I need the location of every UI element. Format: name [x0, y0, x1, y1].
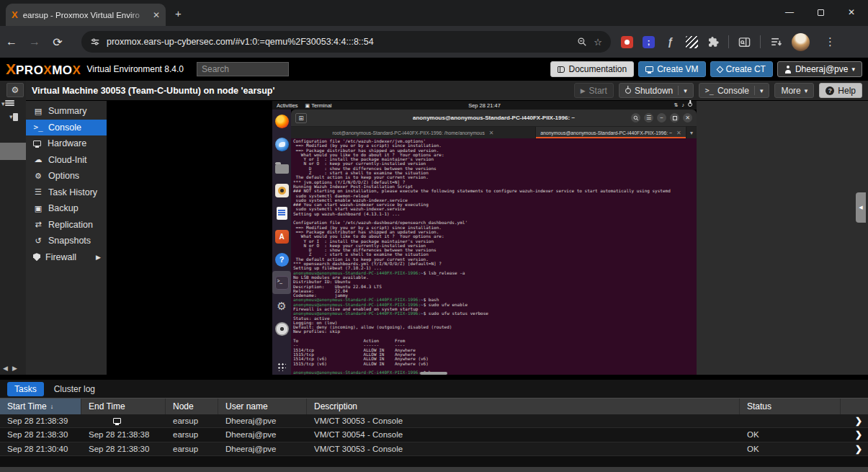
column-header-user-name[interactable]: User name [218, 398, 307, 414]
back-button[interactable]: ← [0, 35, 23, 48]
console-button[interactable]: >_Console ▾ [699, 83, 770, 98]
horizontal-scrollbar-handle[interactable] [420, 372, 447, 375]
column-header-end-time[interactable]: End Time [81, 398, 166, 414]
terminal-tab-list-button[interactable]: ▾ [686, 127, 697, 138]
sidebar-item-replication[interactable]: ⇄Replication [26, 217, 107, 233]
terminal-minimize-button[interactable]: − [657, 113, 666, 123]
reading-list-icon[interactable] [770, 37, 782, 47]
window-minimize-button[interactable]: — [774, 0, 805, 25]
sidebar-item-cloud-init[interactable]: ☁Cloud-Init [26, 152, 107, 169]
current-app-label[interactable]: ▣ Terminal [305, 102, 332, 109]
profile-avatar[interactable] [792, 33, 810, 51]
writer-dock-icon[interactable] [272, 202, 291, 225]
address-bar[interactable]: proxmox.ears-up-cybersec.com/#v1:0:=qemu… [81, 31, 611, 53]
help-button[interactable]: ?Help [819, 83, 862, 98]
thunderbird-dock-icon[interactable] [272, 133, 291, 156]
task-row[interactable]: Sep 28 21:30:40Sep 28 21:38:30earsupDhee… [0, 442, 868, 456]
sidebar-item-backup[interactable]: ▣Backup [26, 200, 107, 217]
extensions-puzzle-icon[interactable] [707, 36, 719, 48]
terminal-new-tab-button[interactable]: ⊞ [295, 113, 307, 123]
column-header-status[interactable]: Status [740, 398, 841, 414]
sidebar-item-options[interactable]: ⚙Options [26, 168, 107, 184]
terminal-close-button[interactable]: ✕ [683, 113, 692, 123]
terminal-menu-button[interactable]: ☰ [644, 113, 653, 123]
pve-search-input[interactable] [197, 62, 289, 76]
browser-menu-icon[interactable]: ⋮ [819, 35, 841, 48]
files-dock-icon[interactable] [272, 156, 291, 179]
side-panel-icon[interactable] [738, 37, 751, 48]
user-menu-button[interactable]: Dheeraj@pve ▾ [777, 61, 862, 77]
create-vm-button[interactable]: Create VM [638, 61, 705, 77]
gnome-status-icons[interactable]: ⇅ ♪ [674, 102, 692, 108]
start-button[interactable]: ▶Start [574, 83, 614, 98]
chevron-down-icon[interactable]: ▾ [684, 87, 687, 94]
task-row[interactable]: Sep 28 21:38:39earsupDheeraj@pveVM/CT 30… [0, 414, 868, 428]
sidebar-item-console[interactable]: >_Console [26, 120, 107, 136]
sidebar-item-task-history[interactable]: ☰Task History [26, 184, 107, 201]
column-header-description[interactable]: Description [307, 398, 740, 414]
help-dock-icon[interactable]: ? [272, 248, 291, 271]
console-running-icon [113, 418, 121, 424]
more-button[interactable]: More▾ [774, 83, 814, 98]
close-icon[interactable]: ✕ [489, 130, 494, 136]
documentation-button[interactable]: Documentation [550, 61, 634, 77]
task-row[interactable]: Sep 28 21:38:30Sep 28 21:38:38earsupDhee… [0, 428, 868, 442]
close-icon[interactable]: ✕ [676, 130, 681, 136]
browser-tab[interactable]: X earsup - Proxmox Virtual Enviro ✕ [6, 4, 166, 26]
terminal-search-button[interactable] [631, 113, 640, 123]
reload-button[interactable]: ⟳ [46, 35, 69, 49]
appcenter-dock-icon[interactable]: A [272, 225, 291, 248]
sidebar-item-firewall[interactable]: Firewall▶ [26, 249, 107, 266]
activities-button[interactable]: Activities [277, 102, 298, 109]
site-info-icon[interactable] [90, 37, 100, 47]
sidebar-item-summary[interactable]: ▤Summary [26, 103, 107, 120]
terminal-tab-anonymous[interactable]: anonymous@anonymous-Standard-PC-i440FX-P… [536, 127, 686, 138]
terminal-maximize-button[interactable] [670, 113, 679, 123]
terminal-header-bar[interactable]: ⊞ anonymous@anonymous-Standard-PC-i440FX… [291, 110, 697, 127]
row-expand-chevron-icon[interactable]: ❯ [855, 444, 862, 454]
chevron-down-icon[interactable]: ▾ [760, 87, 764, 94]
ubuntu-dock: A?>_⚙ [272, 110, 291, 375]
bookmark-star-icon[interactable]: ☆ [594, 37, 602, 48]
panel-collapse-handle[interactable]: ◀ [856, 192, 866, 223]
proxmox-favicon-icon: X [12, 9, 18, 20]
url-text[interactable]: proxmox.ears-up-cybersec.com/#v1:0:=qemu… [107, 37, 571, 47]
tab-cluster-log[interactable]: Cluster log [54, 384, 95, 394]
media-dock-icon[interactable] [272, 317, 291, 340]
terminal-tab-root[interactable]: root@anonymous-Standard-PC-i440FX-PIIX-1… [291, 127, 536, 138]
settings-dock-icon[interactable]: ⚙ [272, 294, 291, 317]
extension-red-icon[interactable] [621, 36, 633, 48]
row-expand-chevron-icon[interactable]: ❯ [855, 429, 862, 440]
new-tab-button[interactable]: + [175, 8, 182, 19]
show-applications-button[interactable] [277, 362, 286, 371]
create-ct-button[interactable]: Create CT [710, 61, 773, 77]
window-close-button[interactable]: ✕ [836, 0, 867, 25]
tab-close-icon[interactable]: ✕ [153, 10, 160, 20]
firefox-dock-icon[interactable] [272, 110, 291, 133]
row-expand-chevron-icon[interactable]: ❯ [855, 416, 862, 426]
terminal-dock-icon[interactable]: >_ [272, 271, 291, 294]
sidebar-item-snapshots[interactable]: ↺Snapshots [26, 233, 107, 249]
list-icon: ☰ [33, 187, 43, 197]
sidebar-item-hardware[interactable]: Hardware [26, 135, 107, 152]
forward-button[interactable]: → [23, 35, 46, 48]
tree-settings-button[interactable]: ⚙ [6, 83, 24, 97]
power-icon [625, 88, 631, 94]
terminal-line: anonymous@anonymous-Standard-PC-i440FX-P… [293, 370, 697, 375]
tree-item-node[interactable]: ▾ [9, 113, 18, 121]
extension-white-icon[interactable] [686, 36, 698, 48]
tree-selected-item[interactable] [0, 143, 26, 160]
column-header-node[interactable]: Node [166, 398, 218, 414]
shutdown-button[interactable]: Shutdown ▾ [619, 83, 694, 98]
extension-blue-icon[interactable]: ; [643, 36, 655, 48]
terminal-output[interactable]: Configuration file '/etc/wazuh-indexer/j… [291, 138, 697, 375]
rhythmbox-dock-icon[interactable] [272, 179, 291, 202]
tab-tasks[interactable]: Tasks [7, 382, 44, 396]
tree-pager-arrows[interactable]: ◀▶ [3, 365, 22, 372]
column-header-start-time[interactable]: Start Time↓ [0, 398, 81, 414]
window-maximize-button[interactable] [805, 0, 836, 25]
tree-item-datacenter[interactable]: ▾ [1, 100, 14, 108]
extension-gray-icon[interactable]: ƒ [664, 36, 676, 48]
gnome-clock[interactable]: Sep 28 21:47 [468, 102, 501, 109]
zoom-out-icon[interactable] [577, 37, 587, 47]
